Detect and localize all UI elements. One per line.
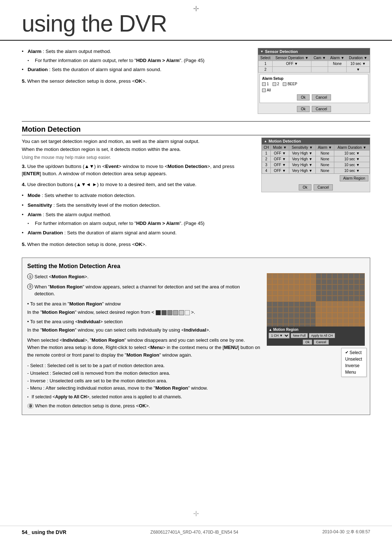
sub-bullet-alarm-item: For further information on alarm output,… <box>28 57 247 64</box>
top-left-col: Alarm : Sets the alarm output method. Fo… <box>22 48 247 114</box>
sensor-detection-box: Sensor Detection Select Sensor Operation… <box>258 48 370 114</box>
top-bullet-list: Alarm : Sets the alarm output method. Fo… <box>22 48 247 73</box>
table-row: 2 OFF ▼ Very High ▼ None 10 sec ▼ <box>262 156 370 162</box>
check-mark: ✔ <box>345 350 348 355</box>
motion-note: Using the mouse may help make setup easi… <box>22 155 254 160</box>
motion-left: You can set target detection region and … <box>22 137 254 252</box>
context-menu-item-select[interactable]: ✔ Select <box>342 349 366 356</box>
page-title: using the DVR <box>22 11 370 36</box>
bullet-duration: Duration : Sets the duration of alarm si… <box>22 66 247 73</box>
sub-bullet-alarm2: For further information on alarm output,… <box>28 220 254 227</box>
alarm-setup-box: Alarm Setup 1 2 <box>260 74 368 103</box>
bullet-alarm-duration: Alarm Duration : Sets the duration of al… <box>22 229 254 237</box>
checkbox-all: All <box>262 88 271 92</box>
mr-grid <box>267 273 365 329</box>
dash-items-list: - Select : Selected cell is set to be a … <box>27 362 261 392</box>
checkbox-square-beep <box>283 82 286 86</box>
main-content: Alarm : Sets the alarm output method. Fo… <box>0 48 392 415</box>
mr-channel-select[interactable]: 1 CH ▼ <box>269 333 290 338</box>
motion-bullet-list: Mode : Sets whether to activate motion d… <box>22 192 254 237</box>
alarm-region-button[interactable]: Alarm Region <box>340 175 368 181</box>
color-squares <box>156 310 190 315</box>
num-circle-2: ② <box>27 284 33 289</box>
sd-ok-button[interactable]: Ok <box>297 106 310 112</box>
sub-bullet-alarm2-item: For further information on alarm output,… <box>28 220 254 227</box>
mr-new-full-button[interactable]: New Full <box>291 333 308 338</box>
note-apply-all: If selected <Apply to All CH>, selected … <box>27 394 261 399</box>
sd-cancel-button[interactable]: Cancel <box>312 106 331 112</box>
num-circle-3: ③ <box>27 403 34 408</box>
motion-divider <box>22 121 370 122</box>
context-menu-item-inverse[interactable]: Inverse <box>342 362 366 369</box>
step-3-setting-area: ③ When the motion detection setup is don… <box>27 402 261 410</box>
setting-area-heading: Setting the Motion Detection Area <box>27 263 365 270</box>
motion-detection-table: CH Mode ▼ Sensitivity ▼ Alarm ▼ Alarm Du… <box>262 144 370 174</box>
csq-1 <box>156 310 161 315</box>
context-menu-item-unselect[interactable]: Unselect <box>342 356 366 362</box>
alarm-setup-all: All <box>262 88 366 92</box>
alarm-setup-title: Alarm Setup <box>262 77 366 81</box>
in-motion-region-2: In the "Motion Region" window, you can s… <box>27 327 261 334</box>
checkbox-beep: BEEP <box>283 82 297 86</box>
dash-item-unselect: - Unselect : Selected cell is removed fr… <box>27 370 261 377</box>
sensor-detection-title: Sensor Detection <box>258 48 370 55</box>
page-container: ✛ using the DVR Alarm : Sets the alarm o… <box>0 0 392 538</box>
dash-item-menu: - Menu : After selecting individual moti… <box>27 385 261 392</box>
to-set-area-label: • To set the area in "Motion Region" win… <box>27 300 261 308</box>
bullet-alarm: Alarm : Sets the alarm output method. Fo… <box>22 48 247 64</box>
checkbox-square-1 <box>262 82 266 86</box>
md-ok-button[interactable]: Ok <box>299 184 311 190</box>
motion-right: Motion Detection CH Mode ▼ Sensitivity ▼… <box>261 137 370 252</box>
motion-description: You can set target detection region and … <box>22 137 254 153</box>
step-5-motion: 5. When the motion detection setup is do… <box>22 241 254 248</box>
alarm-setup-ok-button[interactable]: Ok <box>297 94 310 100</box>
mr-apply-all-button[interactable]: Apply to All CH <box>309 333 335 338</box>
mr-controls: 1 CH ▼ New Full Apply to All CH <box>269 333 363 338</box>
mr-bottom-buttons: Ok Cancel <box>269 340 363 345</box>
footer-page-number: 54_ using the DVR <box>22 529 66 535</box>
sd-col-alarm: Alarm ▼ <box>328 55 347 61</box>
step-3-motion: 3. Use the up/down buttons (▲▼) in <Even… <box>22 163 254 178</box>
bullet-alarm: Alarm : Sets the alarm output method. Fo… <box>22 211 254 227</box>
md-cancel-button[interactable]: Cancel <box>314 184 333 190</box>
mr-cancel-button[interactable]: Cancel <box>314 340 329 345</box>
sensor-detection-col: Sensor Detection Select Sensor Operation… <box>258 48 370 114</box>
to-set-individual-label: • To set the area using <Individual> sel… <box>27 318 261 325</box>
checkbox-square-all <box>262 89 266 92</box>
csq-3 <box>167 310 172 315</box>
csq-6 <box>185 310 190 315</box>
checkbox-square-2 <box>273 82 276 86</box>
context-menu-sidebar: ✔ Select Unselect Inverse Menu <box>341 348 367 377</box>
table-row: 2 ▼ <box>258 67 370 73</box>
setting-area-left: ① Select <Motion Region>. ② When "Motion… <box>27 273 261 410</box>
bullet-mode: Mode : Sets whether to activate motion d… <box>22 192 254 199</box>
alarm-setup-options: 1 2 BEEP <box>262 82 366 86</box>
top-section: Alarm : Sets the alarm output method. Fo… <box>22 48 370 114</box>
table-row: 1 OFF ▼ Very High ▼ None 10 sec ▼ <box>262 151 370 156</box>
numbered-list: ① Select <Motion Region>. ② When "Motion… <box>27 273 261 297</box>
dash-item-select: - Select : Selected cell is set to be a … <box>27 362 261 370</box>
md-col-mode: Mode ▼ <box>271 145 289 151</box>
csq-4 <box>173 310 178 315</box>
sd-bottom-buttons: Ok Cancel <box>258 104 370 114</box>
csq-5 <box>179 310 184 315</box>
md-col-alarm: Alarm ▼ <box>315 145 334 151</box>
checkbox-2: 2 <box>273 82 279 86</box>
md-col-sensitivity: Sensitivity ▼ <box>289 145 315 151</box>
sd-col-cam: Cam ▼ <box>311 55 328 61</box>
step-5-sensor: 5. When the sensor detection setup is do… <box>22 78 247 85</box>
step-4-motion: 4. Use direction buttons (▲▼◄ ►) to move… <box>22 181 254 188</box>
alarm-setup-buttons: Ok Cancel <box>262 94 366 100</box>
dash-item-inverse: - Inverse : Unselected cells are set to … <box>27 377 261 385</box>
context-menu-item-menu[interactable]: Menu <box>342 369 366 375</box>
alarm-setup-cancel-button[interactable]: Cancel <box>312 94 331 100</box>
when-selected-text: When selected <Individual>, "Motion Regi… <box>27 337 261 359</box>
mr-ok-button[interactable]: Ok <box>303 340 312 345</box>
bullet-sensitivity: Sensitivity : Sets the sensitivity level… <box>22 202 254 209</box>
setting-area-right: ▲ Motion Region 1 CH ▼ New Full Apply to… <box>267 273 365 410</box>
csq-2 <box>162 310 167 315</box>
sd-col-sensor: Sensor Operation ▼ <box>273 55 311 61</box>
table-row: 4 OFF ▼ Very High ▼ None 10 sec ▼ <box>262 168 370 174</box>
compass-bottom-icon: ✛ <box>193 509 199 518</box>
motion-section: You can set target detection region and … <box>22 137 370 252</box>
